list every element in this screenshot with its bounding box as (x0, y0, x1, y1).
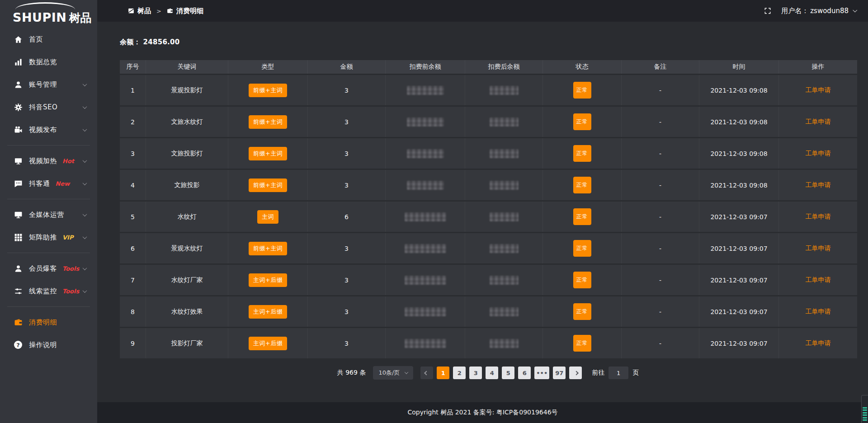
chart-icon (14, 57, 23, 66)
table-row: 5水纹灯主词6正常-2021-12-03 09:07工单申请 (120, 202, 857, 232)
page-button-1[interactable]: 1 (437, 367, 449, 379)
widget-stripe (863, 419, 867, 421)
page-button-2[interactable]: 2 (453, 367, 466, 379)
page-button-6[interactable]: 6 (518, 367, 531, 379)
cell-time: 2021-12-03 09:08 (699, 75, 779, 105)
cell-status: 正常 (543, 170, 622, 200)
column-header: 操作 (779, 60, 857, 74)
cell-no: 8 (120, 296, 146, 327)
page-button-3[interactable]: 3 (469, 367, 482, 379)
sidebar-item-douketong[interactable]: 抖客通New (0, 172, 97, 195)
cell-keyword: 文旅投影 (146, 170, 228, 200)
cell-action: 工单申请 (779, 233, 857, 263)
table-row: 4文旅投影前缀+主词3正常-2021-12-03 09:08工单申请 (120, 170, 857, 200)
table-row: 1景观投影灯前缀+主词3正常-2021-12-03 09:08工单申请 (120, 75, 857, 105)
chevron-down-icon (83, 235, 87, 239)
page-button-97[interactable]: 97 (553, 367, 566, 379)
ticket-apply-link[interactable]: 工单申请 (806, 339, 831, 347)
next-page-button[interactable] (569, 367, 582, 379)
goto-page-input[interactable] (609, 367, 628, 379)
breadcrumb-separator: > (156, 8, 161, 14)
sidebar-item-member-baoke[interactable]: 会员爆客Tools (0, 257, 97, 280)
type-badge: 前缀+主词 (249, 147, 287, 160)
user-menu[interactable]: 用户名： zswodun88 (781, 7, 856, 15)
camera-icon (14, 125, 23, 134)
cell-keyword: 景观投影灯 (146, 75, 228, 105)
redacted-balance-before (405, 276, 446, 285)
ticket-apply-link[interactable]: 工单申请 (806, 213, 831, 220)
column-header: 类型 (228, 60, 308, 74)
cell-no: 2 (120, 107, 146, 137)
breadcrumb-item-current: 消费明细 (167, 7, 203, 15)
logo-arc (15, 2, 75, 9)
chevron-down-icon (83, 82, 87, 86)
chevron-down-icon (405, 370, 408, 374)
cell-remark: - (622, 265, 699, 295)
sidebar-item-video-publish[interactable]: 视频发布 (0, 118, 97, 141)
cell-action: 工单申请 (779, 170, 857, 200)
cell-amount: 3 (308, 265, 386, 295)
cell-type: 主词+后缀 (228, 328, 308, 358)
ticket-apply-link[interactable]: 工单申请 (806, 181, 831, 188)
ticket-apply-link[interactable]: 工单申请 (806, 118, 831, 125)
cell-status: 正常 (543, 328, 622, 358)
chevron-down-icon (83, 212, 87, 216)
table-row: 8水纹灯效果主词+后缀3正常-2021-12-03 09:07工单申请 (120, 296, 857, 327)
ticket-apply-link[interactable]: 工单申请 (806, 86, 831, 94)
cell-amount: 3 (308, 233, 386, 263)
cell-type: 前缀+主词 (228, 170, 308, 200)
breadcrumb-label: 树品 (137, 7, 151, 15)
screen-icon (14, 156, 23, 165)
sidebar-item-all-media-operation[interactable]: 全媒体运营 (0, 203, 97, 226)
sidebar-item-clue-monitor[interactable]: 线索监控Tools (0, 280, 97, 302)
cell-no: 1 (120, 75, 146, 105)
app-logo[interactable]: SHUPIN 树品 (0, 0, 97, 28)
redacted-balance-after (490, 86, 519, 95)
cell-no: 3 (120, 138, 146, 169)
sidebar-item-douyin-seo[interactable]: 抖音SEO (0, 96, 97, 118)
page-button-5[interactable]: 5 (502, 367, 514, 379)
status-badge: 正常 (573, 177, 591, 193)
cell-balance-after (465, 328, 543, 358)
ticket-apply-link[interactable]: 工单申请 (806, 308, 831, 315)
cell-balance-before (386, 265, 465, 295)
cell-action: 工单申请 (779, 75, 857, 105)
cell-time: 2021-12-03 09:08 (699, 107, 779, 137)
table-row: 7水纹灯厂家主词+后缀3正常-2021-12-03 09:07工单申请 (120, 265, 857, 295)
breadcrumb-item-home[interactable]: 树品 (128, 7, 151, 15)
chevron-down-icon (83, 158, 87, 163)
logo-text-en: SHUPIN (13, 11, 66, 24)
sidebar-item-matrix-boost[interactable]: 矩阵助推VIP (0, 226, 97, 249)
page-button-4[interactable]: 4 (486, 367, 498, 379)
ticket-apply-link[interactable]: 工单申请 (806, 150, 831, 157)
cell-remark: - (622, 202, 699, 232)
sidebar-item-video-heating[interactable]: 视频加热Hot (0, 150, 97, 172)
balance-label: 余额： (120, 38, 141, 46)
redacted-balance-after (490, 244, 519, 253)
ticket-apply-link[interactable]: 工单申请 (806, 276, 831, 283)
sidebar-item-data-overview[interactable]: 数据总览 (0, 51, 97, 73)
table-row: 3文旅投影灯前缀+主词3正常-2021-12-03 09:08工单申请 (120, 138, 857, 169)
fullscreen-icon[interactable] (764, 7, 771, 14)
column-header: 时间 (699, 60, 779, 74)
page-size-select[interactable]: 10条/页 (373, 366, 413, 380)
sidebar-item-label: 消费明细 (29, 318, 57, 327)
gear-icon (14, 103, 23, 112)
prev-page-button[interactable] (420, 367, 433, 379)
sidebar-item-instructions[interactable]: ?操作说明 (0, 334, 97, 356)
cell-keyword: 水纹灯 (146, 202, 228, 232)
goto-suffix: 页 (632, 369, 639, 377)
cell-balance-after (465, 75, 543, 105)
sidebar-item-home[interactable]: 首页 (0, 28, 97, 51)
cell-status: 正常 (543, 75, 622, 105)
home-icon (14, 35, 23, 44)
cell-type: 前缀+主词 (228, 233, 308, 263)
page-button-ellipsis[interactable]: ••• (534, 367, 549, 379)
customer-service-widget[interactable] (861, 395, 868, 423)
sidebar-item-account-management[interactable]: 账号管理 (0, 73, 97, 96)
cell-no: 6 (120, 233, 146, 263)
widget-stripe (863, 409, 867, 411)
ticket-apply-link[interactable]: 工单申请 (806, 244, 831, 252)
main-content: 余额： 24856.00 序号关键词类型金额扣费前余额扣费后余额状态备注时间操作… (97, 22, 868, 402)
sidebar-item-consumption-detail[interactable]: 消费明细 (0, 311, 97, 334)
